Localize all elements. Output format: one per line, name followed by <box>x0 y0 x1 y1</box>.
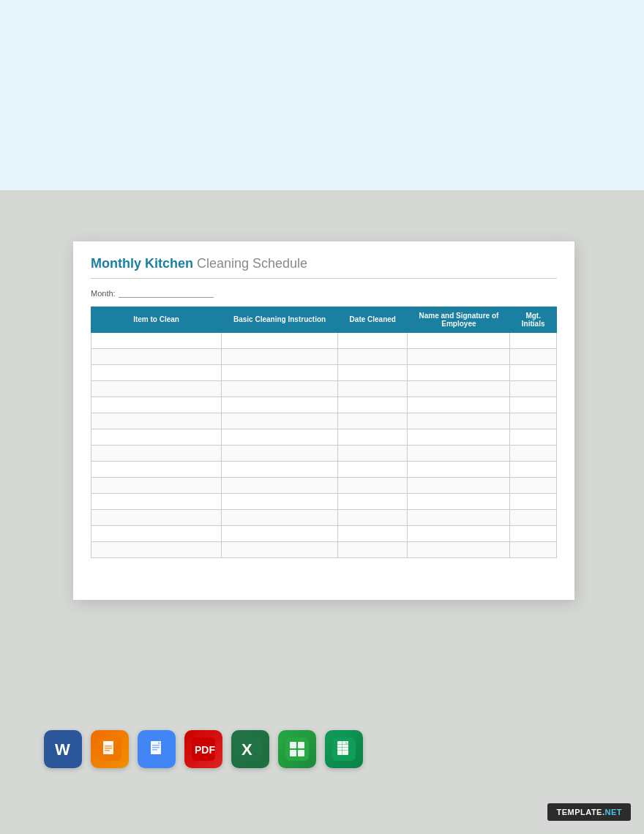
svg-rect-21 <box>290 750 296 756</box>
table-cell <box>222 541 338 557</box>
svg-rect-19 <box>290 742 296 748</box>
table-cell <box>91 509 222 525</box>
table-cell <box>510 380 557 397</box>
svg-rect-20 <box>298 742 304 748</box>
svg-rect-5 <box>105 745 112 747</box>
table-row <box>91 461 557 477</box>
icon-microsoft-excel[interactable]: X <box>231 730 269 768</box>
header-initials: Mgt. Initials <box>510 307 557 332</box>
table-cell <box>510 445 557 461</box>
template-badge: TEMPLATE.NET <box>547 803 631 821</box>
svg-rect-12 <box>152 749 157 751</box>
icon-apple-pages[interactable] <box>91 730 129 768</box>
title-divider <box>91 278 557 279</box>
svg-rect-28 <box>342 741 342 755</box>
table-cell <box>91 429 222 445</box>
svg-rect-25 <box>337 744 348 745</box>
table-cell <box>510 348 557 364</box>
svg-rect-27 <box>337 750 348 751</box>
badge-text-net: NET <box>605 808 623 816</box>
table-cell <box>338 348 408 364</box>
svg-text:PDF: PDF <box>195 744 215 756</box>
table-cell <box>338 461 408 477</box>
table-cell <box>408 509 510 525</box>
table-row <box>91 477 557 493</box>
table-cell <box>91 397 222 413</box>
svg-rect-22 <box>298 750 304 756</box>
table-header-row: Item to Clean Basic Cleaning Instruction… <box>91 307 557 332</box>
month-row: Month: <box>91 289 557 298</box>
table-cell <box>91 332 222 348</box>
table-cell <box>222 397 338 413</box>
table-row <box>91 541 557 557</box>
header-instruction: Basic Cleaning Instruction <box>222 307 338 332</box>
month-label: Month: <box>91 289 116 298</box>
table-cell <box>510 364 557 380</box>
table-cell <box>222 429 338 445</box>
table-row <box>91 493 557 509</box>
table-cell <box>338 380 408 397</box>
table-cell <box>91 493 222 509</box>
table-row <box>91 397 557 413</box>
table-cell <box>338 397 408 413</box>
table-cell <box>338 445 408 461</box>
document-card: Monthly Kitchen Cleaning Schedule Month:… <box>73 241 574 600</box>
svg-rect-18 <box>285 737 309 761</box>
table-row <box>91 348 557 364</box>
table-row <box>91 364 557 380</box>
icon-adobe-pdf[interactable]: PDF <box>184 730 222 768</box>
table-cell <box>408 461 510 477</box>
table-cell <box>222 445 338 461</box>
background-top <box>0 0 644 190</box>
table-row <box>91 413 557 429</box>
table-cell <box>408 397 510 413</box>
table-cell <box>338 509 408 525</box>
table-cell <box>222 477 338 493</box>
table-cell <box>222 348 338 364</box>
table-cell <box>338 477 408 493</box>
table-cell <box>510 541 557 557</box>
table-cell <box>408 525 510 541</box>
table-cell <box>510 413 557 429</box>
svg-rect-11 <box>152 747 160 748</box>
table-row <box>91 332 557 348</box>
svg-text:X: X <box>242 740 252 759</box>
table-cell <box>408 493 510 509</box>
month-underline <box>119 289 214 298</box>
table-cell <box>510 429 557 445</box>
table-cell <box>338 429 408 445</box>
table-cell <box>338 332 408 348</box>
table-cell <box>91 461 222 477</box>
table-cell <box>408 445 510 461</box>
table-row <box>91 509 557 525</box>
table-row <box>91 380 557 397</box>
table-cell <box>338 493 408 509</box>
table-cell <box>510 493 557 509</box>
icon-microsoft-word[interactable]: W <box>44 730 82 768</box>
table-cell <box>91 380 222 397</box>
table-cell <box>338 364 408 380</box>
table-cell <box>91 445 222 461</box>
table-cell <box>222 525 338 541</box>
svg-rect-6 <box>105 748 112 749</box>
icon-apple-numbers[interactable] <box>278 730 316 768</box>
table-cell <box>222 493 338 509</box>
table-cell <box>222 332 338 348</box>
table-cell <box>222 461 338 477</box>
icon-google-docs[interactable] <box>138 730 176 768</box>
header-date: Date Cleaned <box>338 307 408 332</box>
table-cell <box>91 525 222 541</box>
table-cell <box>510 525 557 541</box>
table-cell <box>338 525 408 541</box>
header-signature: Name and Signature of Employee <box>408 307 510 332</box>
app-icons-row: W PDF X <box>44 730 363 768</box>
table-cell <box>510 477 557 493</box>
icon-google-sheets[interactable] <box>325 730 363 768</box>
table-cell <box>510 332 557 348</box>
table-row <box>91 525 557 541</box>
svg-rect-4 <box>103 741 113 744</box>
title-normal: Cleaning Schedule <box>197 256 307 271</box>
cleaning-table: Item to Clean Basic Cleaning Instruction… <box>91 307 557 558</box>
table-cell <box>408 541 510 557</box>
table-cell <box>408 413 510 429</box>
